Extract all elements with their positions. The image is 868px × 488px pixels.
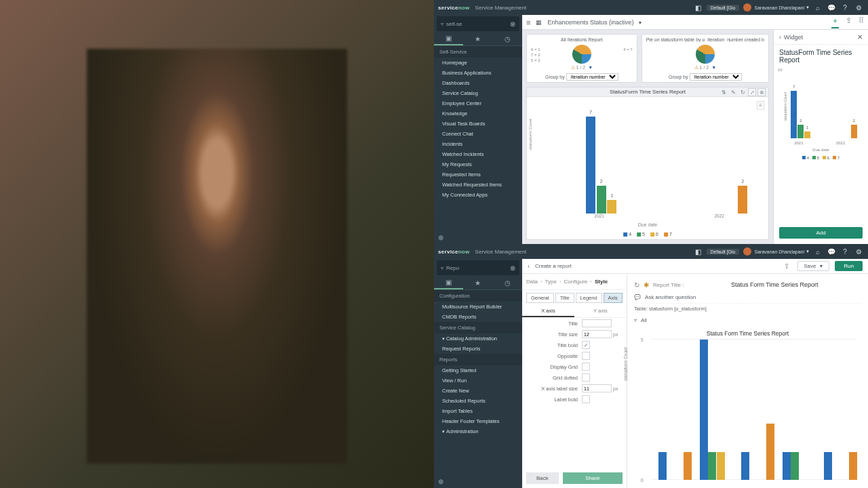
nav-item[interactable]: Service Catalog	[434, 88, 522, 98]
nav-item[interactable]: Visual Task Boards	[434, 119, 522, 129]
nav-item[interactable]: CMDB Reports	[434, 312, 522, 322]
nav-tab-all[interactable]: ▣	[434, 33, 463, 45]
widget-card-pie1[interactable]: All Iterations Report 6 = 17 = 25 = 2 4 …	[526, 34, 637, 83]
nav-item[interactable]: Header Footer Templates	[434, 416, 522, 426]
tab-legend[interactable]: Legend	[576, 293, 602, 303]
nav-item[interactable]: Catalog Administration	[434, 333, 522, 344]
user-name[interactable]: Saravanan Dhandapani	[754, 5, 804, 10]
add-icon[interactable]: ＋	[831, 16, 839, 28]
nav-item[interactable]: Dashboards	[434, 78, 522, 88]
refresh-icon[interactable]: ↻	[634, 281, 639, 289]
ask-icon[interactable]: 💬	[634, 294, 641, 300]
chat-icon[interactable]: 💬	[826, 246, 837, 257]
menu-icon[interactable]: ≡	[526, 18, 530, 26]
nav-tab-all[interactable]: ▣	[434, 277, 463, 289]
avatar[interactable]	[743, 247, 751, 256]
subtab-xaxis[interactable]: X axis	[522, 306, 574, 317]
user-caret-icon[interactable]: ▼	[806, 5, 810, 9]
chat-icon[interactable]: 💬	[826, 2, 837, 13]
filter-icon[interactable]: ▿	[634, 317, 637, 323]
update-set-icon[interactable]: ◧	[693, 246, 704, 257]
gear-icon[interactable]: ⚙	[853, 2, 864, 13]
help-icon[interactable]: ?	[840, 2, 850, 13]
axis-title-input[interactable]	[582, 319, 612, 327]
nav-collapse-icon[interactable]: ⊕	[438, 478, 443, 485]
nav-tab-history[interactable]: ◷	[493, 277, 522, 289]
nav-item[interactable]: Request Reports	[434, 344, 522, 354]
title-dropdown-icon[interactable]: ▼	[637, 20, 643, 25]
scope-pill[interactable]: Default [Glo	[707, 5, 740, 11]
nav-item[interactable]: Import Tables	[434, 406, 522, 416]
widget-card-pie2[interactable]: Pie on statusform table by u_iteration_n…	[642, 34, 769, 83]
clear-icon[interactable]: ⊗	[510, 20, 515, 28]
share-button[interactable]: Share	[563, 472, 623, 484]
share-icon[interactable]: ⇪	[846, 16, 852, 28]
grid-dotted-checkbox[interactable]	[582, 373, 590, 382]
nav-item[interactable]: Requested Items	[434, 169, 522, 180]
config-icon[interactable]: ⠿	[859, 16, 864, 28]
subtab-yaxis[interactable]: Y axis	[574, 306, 627, 317]
nav-tab-fav[interactable]: ★	[463, 277, 492, 289]
nav-item[interactable]: Administration	[434, 426, 522, 436]
card-pagination[interactable]: ⚠1 / 2 ▼	[646, 65, 764, 70]
back-icon[interactable]: ‹	[779, 34, 781, 41]
nav-item[interactable]: Scheduled Reports	[434, 396, 522, 406]
title-size-input[interactable]	[582, 330, 612, 338]
gear-icon[interactable]: ⚙	[853, 246, 864, 257]
search-icon[interactable]: ⌕	[812, 2, 823, 13]
label-bold-checkbox[interactable]	[582, 395, 590, 403]
nav-item[interactable]: Getting Started	[434, 365, 522, 375]
nav-item[interactable]: My Connected Apps	[434, 190, 522, 200]
breadcrumb[interactable]: Create a report	[535, 263, 572, 269]
save-button[interactable]: Save▼	[797, 261, 829, 271]
tab-general[interactable]: General	[526, 293, 554, 303]
nav-collapse-icon[interactable]: ⊕	[438, 234, 443, 241]
xlabel-size-input[interactable]	[582, 384, 612, 392]
user-name[interactable]: Saravanan Dhandapani	[754, 249, 804, 254]
help-icon[interactable]: ?	[840, 246, 850, 257]
back-icon[interactable]: ‹	[528, 263, 530, 270]
avatar[interactable]	[743, 3, 751, 12]
card-pagination[interactable]: ⚠1 / 2 ▼	[531, 65, 633, 70]
widget-card-bar[interactable]: StatusForm Time Series Report ⇅ ✎ ↻ ⤢ ⊗ …	[526, 87, 769, 240]
nav-item[interactable]: Multisource Report Builder	[434, 302, 522, 312]
star-icon[interactable]: ✱	[644, 281, 649, 289]
expand-icon[interactable]: ⤢	[748, 88, 756, 96]
tab-title[interactable]: Title	[555, 293, 574, 303]
step-data[interactable]: Data	[526, 279, 538, 285]
nav-filter[interactable]: ▿ self-se ⊗	[437, 16, 519, 31]
nav-item[interactable]: View / Run	[434, 375, 522, 386]
nav-item[interactable]: Create New	[434, 386, 522, 396]
nav-tab-history[interactable]: ◷	[493, 33, 522, 45]
back-button[interactable]: Back	[526, 472, 559, 484]
sort-icon[interactable]: ⇅	[719, 88, 728, 96]
search-icon[interactable]: ⌕	[812, 246, 823, 257]
nav-item[interactable]: Homepage	[434, 58, 522, 68]
tab-axis[interactable]: Axis	[604, 293, 623, 303]
nav-item[interactable]: Watched Requested Items	[434, 180, 522, 190]
nav-item[interactable]: Business Applications	[434, 68, 522, 78]
edit-icon[interactable]: ✎	[729, 88, 737, 96]
display-grid-checkbox[interactable]	[582, 363, 590, 371]
nav-item[interactable]: My Requests	[434, 159, 522, 169]
nav-tab-fav[interactable]: ★	[463, 33, 492, 45]
clear-icon[interactable]: ⊗	[510, 264, 515, 272]
close-icon[interactable]: ⊗	[757, 88, 766, 96]
step-configure[interactable]: Configure	[564, 279, 588, 285]
refresh-icon[interactable]: ↻	[738, 88, 747, 96]
nav-item[interactable]: Watched Incidents	[434, 149, 522, 159]
export-icon[interactable]: ⇪	[781, 261, 792, 272]
update-set-icon[interactable]: ◧	[693, 2, 704, 13]
tiles-icon[interactable]: ▦	[536, 19, 542, 26]
title-bold-checkbox[interactable]: ✓	[582, 341, 590, 349]
nav-filter[interactable]: ▿ Repo ⊗	[437, 260, 519, 275]
step-style[interactable]: Style	[595, 279, 608, 285]
nav-item[interactable]: Knowledge	[434, 108, 522, 119]
opposite-checkbox[interactable]	[582, 352, 590, 360]
add-button[interactable]: Add	[779, 227, 863, 239]
ask-question-link[interactable]: Ask another question	[645, 294, 696, 300]
scope-pill[interactable]: Default [Glo	[707, 249, 740, 255]
nav-item[interactable]: Employee Center	[434, 98, 522, 108]
group-by-select[interactable]: Iteration number	[566, 73, 618, 81]
close-icon[interactable]: ✕	[857, 33, 863, 41]
